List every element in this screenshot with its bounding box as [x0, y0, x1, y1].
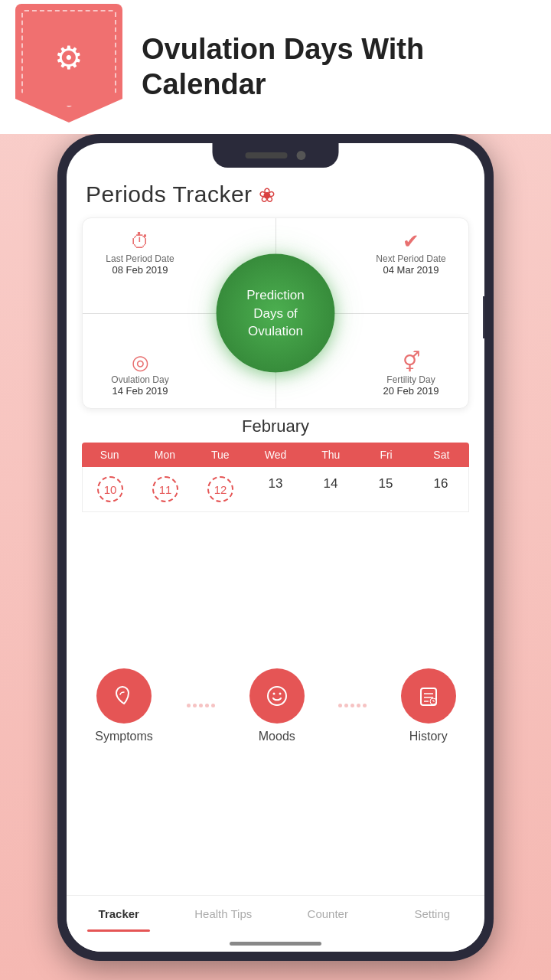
last-period-icon: ⏱: [94, 230, 186, 253]
header-banner: ⚙ Ovulation Days With Calendar: [0, 0, 551, 134]
cal-label-fri: Fri: [358, 443, 413, 467]
symptoms-nav-item[interactable]: Symptoms: [95, 668, 153, 743]
tab-counter[interactable]: Counter: [276, 903, 380, 924]
next-period-icon: ✔: [365, 230, 457, 253]
cal-date-16[interactable]: 16: [413, 467, 468, 511]
history-label: History: [409, 730, 448, 743]
app-title: Periods Tracker ❀: [86, 181, 465, 207]
symptoms-label: Symptoms: [95, 730, 153, 743]
cal-date-15[interactable]: 15: [358, 467, 413, 511]
tab-bar: Tracker Health Tips Counter Setting: [67, 895, 484, 936]
home-indicator: [67, 936, 484, 952]
last-period-date: 08 Feb 2019: [94, 264, 186, 276]
flower-icon: ❀: [259, 184, 276, 207]
moods-label: Moods: [259, 730, 295, 743]
header-ribbon: ⚙: [15, 4, 126, 130]
cal-date-13[interactable]: 13: [248, 467, 303, 511]
svg-point-0: [268, 687, 286, 705]
cal-label-sat: Sat: [414, 443, 469, 467]
dots-left: [187, 704, 215, 707]
history-circle[interactable]: [401, 668, 456, 724]
phone-screen: Periods Tracker ❀ ⏱ Last Period Date 08 …: [67, 143, 484, 952]
cal-label-tue: Tue: [193, 443, 248, 467]
notch-speaker: [246, 152, 288, 158]
side-button-right: [483, 296, 484, 338]
history-nav-item[interactable]: History: [401, 668, 456, 743]
cal-label-sun: Sun: [82, 443, 137, 467]
cal-date-10[interactable]: 10: [83, 467, 138, 511]
ribbon-icon: ⚙: [54, 39, 83, 77]
tab-health-tips[interactable]: Health Tips: [171, 903, 276, 924]
fertility-label: Fertility Day: [365, 374, 457, 385]
calendar-header: Sun Mon Tue Wed Thu Fri Sat: [82, 443, 469, 467]
fertility-icon: ⚥: [365, 351, 457, 374]
calendar-section: February Sun Mon Tue Wed Thu Fri Sat 10 …: [67, 416, 484, 512]
cal-label-wed: Wed: [248, 443, 303, 467]
dots-right: [338, 704, 367, 707]
bottom-nav-icons: Symptoms Moods: [67, 512, 484, 895]
next-period-info: ✔ Next Period Date 04 Mar 2019: [365, 230, 457, 276]
symptoms-circle[interactable]: [96, 668, 152, 724]
ovulation-label: Ovulation Day: [94, 374, 186, 385]
last-period-info: ⏱ Last Period Date 08 Feb 2019: [94, 230, 186, 276]
fertility-day-info: ⚥ Fertility Day 20 Feb 2019: [365, 351, 457, 397]
calendar-row: 10 11 12 13 14 15 16: [82, 467, 469, 512]
ovulation-icon: ◎: [94, 351, 186, 374]
cal-label-mon: Mon: [137, 443, 192, 467]
header-title: Ovulation Days With Calendar: [142, 32, 424, 102]
cal-date-14[interactable]: 14: [303, 467, 358, 511]
ovulation-day-info: ◎ Ovulation Day 14 Feb 2019: [94, 351, 186, 397]
moods-circle[interactable]: [249, 668, 305, 724]
svg-point-1: [272, 692, 275, 694]
svg-point-2: [279, 692, 281, 694]
home-bar: [230, 942, 321, 946]
phone-frame: Periods Tracker ❀ ⏱ Last Period Date 08 …: [57, 134, 494, 961]
app-content: Periods Tracker ❀ ⏱ Last Period Date 08 …: [67, 143, 484, 952]
next-period-date: 04 Mar 2019: [365, 264, 457, 276]
prediction-card: ⏱ Last Period Date 08 Feb 2019 ✔ Next Pe…: [82, 217, 469, 409]
ovulation-date: 14 Feb 2019: [94, 385, 186, 397]
app-header: Periods Tracker ❀: [67, 170, 484, 214]
tab-setting[interactable]: Setting: [380, 903, 485, 924]
last-period-label: Last Period Date: [94, 253, 186, 264]
calendar-month: February: [82, 416, 469, 436]
cal-date-11[interactable]: 11: [138, 467, 193, 511]
next-period-label: Next Period Date: [365, 253, 457, 264]
fertility-date: 20 Feb 2019: [365, 385, 457, 397]
cal-date-12[interactable]: 12: [193, 467, 248, 511]
notch-camera: [297, 151, 306, 160]
moods-nav-item[interactable]: Moods: [249, 668, 305, 743]
cal-label-thu: Thu: [303, 443, 358, 467]
prediction-circle[interactable]: Prediction Days of Ovulation: [217, 254, 335, 373]
phone-notch: [213, 143, 339, 168]
tab-tracker[interactable]: Tracker: [67, 903, 171, 924]
